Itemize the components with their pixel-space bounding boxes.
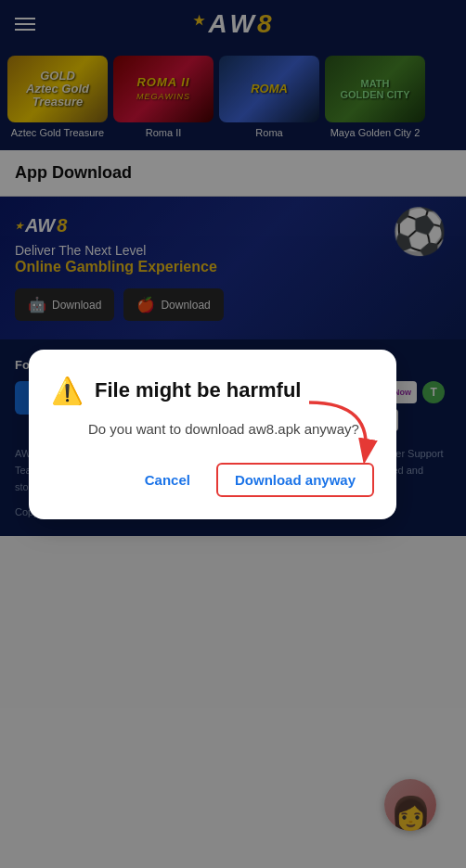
modal-buttons: Cancel Download anyway — [51, 463, 374, 497]
modal-title: File might be harmful — [95, 378, 301, 402]
modal-overlay: ⚠️ File might be harmful Do you want to … — [0, 0, 466, 868]
harmful-file-dialog: ⚠️ File might be harmful Do you want to … — [29, 350, 396, 519]
modal-wrapper: ⚠️ File might be harmful Do you want to … — [29, 350, 437, 519]
cancel-button[interactable]: Cancel — [141, 466, 194, 493]
warning-icon: ⚠️ — [51, 376, 84, 406]
red-arrow-icon — [300, 398, 383, 472]
download-btn-wrapper: Download anyway — [216, 463, 374, 497]
